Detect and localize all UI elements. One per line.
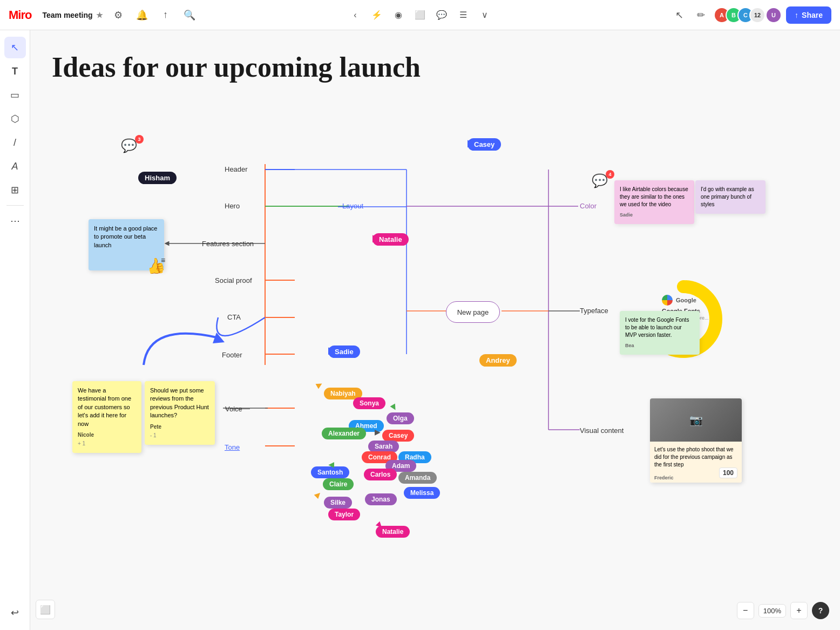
label-typeface: Typeface [580,307,608,315]
badge-andrey: Andrey [479,354,517,367]
photo-note: 📷 Let's use the photo shoot that we did … [650,398,742,483]
tool-frame[interactable]: ⊞ [4,179,26,201]
upload-icon[interactable]: ↑ [157,6,174,24]
toolbar-right: ↖ ✏ A B C 12 U ↑ Share [670,6,831,24]
miro-logo[interactable]: Miro [9,8,31,22]
google-logo-icon [662,295,673,306]
right-note-text-3: I vote for the Google Fonts to be able t… [625,316,694,339]
tool-sticky[interactable]: ▭ [4,84,26,106]
timer-button[interactable]: ◉ [389,5,408,25]
photo-note-image: 📷 [650,398,742,442]
cursor-natalie: ▶ Natalie [372,232,380,244]
canvas-inner: Ideas for our upcoming launch [30,30,840,630]
sticky-author-3: Pete [150,423,209,431]
badge-sadie: Sadie [328,346,360,358]
tool-more[interactable]: ⋯ [4,210,26,232]
share-button[interactable]: ↑ Share [786,6,831,24]
pen-mode-icon[interactable]: ✏ [692,6,709,24]
cursor-sadie: ▶ Sadie [328,344,336,356]
right-note-text-2: I'd go with example as one primary bunch… [701,186,760,208]
left-sidebar: ↖ T ▭ ⬡ / A ⊞ ⋯ ↩ [0,30,30,630]
zoom-out-button[interactable]: − [737,602,754,619]
cta-arrow-svg [133,300,230,370]
tool-shapes[interactable]: ⬡ [4,108,26,130]
voice-arrow: ←——— [224,405,252,412]
share-icon: ↑ [795,11,798,19]
cursor-hisham: ↖ Hisham [138,171,146,182]
badge-alexander: Alexander [322,428,366,439]
sticky-text-3: Should we put some reviews from the prev… [150,387,209,418]
badge-taylor: Taylor [328,509,360,520]
score-badge: 100 [719,468,737,478]
panel-toggle-area: ⬜ [36,600,55,619]
label-hero: Hero [225,202,240,210]
zoom-in-button[interactable]: + [790,602,808,619]
sticky-text-1: It might be a good place to promote our … [94,225,157,248]
label-tone[interactable]: Tone [225,443,240,451]
help-button[interactable]: ? [812,602,829,619]
badge-hisham: Hisham [138,172,177,184]
panel-toggle-button[interactable]: ⬜ [36,600,55,619]
right-note-google-fonts: I vote for the Google Fonts to be able t… [620,311,700,355]
lightning-button[interactable]: ⚡ [367,5,387,25]
extra-collaborators-count: 12 [749,7,766,23]
badge-jonas: Jonas [365,493,397,505]
board-title[interactable]: Team meeting ★ [42,11,103,19]
comment-badge-2: 4 [606,170,614,179]
search-icon[interactable]: 🔍 [181,6,198,24]
badge-melissa: Melissa [404,487,440,499]
sticky-author-2: Nicole [78,431,136,439]
badge-olga: Olga [387,412,414,424]
badge-carlos: Carlos [364,469,397,480]
google-label: Google [676,297,696,303]
notification-icon[interactable]: 🔔 [133,6,151,24]
node-new-page: New page [446,301,500,323]
badge-claire: Claire [323,478,354,490]
sticky-like-2: + 1 [78,440,136,448]
tool-text2[interactable]: A [4,155,26,177]
settings-icon[interactable]: ⚙ [110,6,127,24]
comment-icon-1[interactable]: 💬 3 [121,138,140,158]
back-button[interactable]: ‹ [346,5,365,25]
badge-sonya: Sonya [353,397,385,409]
badge-natalie: Natalie [372,233,409,246]
more-button[interactable]: ∨ [475,5,494,25]
badge-sarah: Sarah [368,441,399,452]
badge-natalie-bottom: Natalie [376,526,410,538]
cursor-mode-icon[interactable]: ↖ [670,6,688,24]
zoom-level-display: 100% [758,604,786,618]
zoom-controls: − 100% + ? [737,602,829,619]
sticky-text-2: We have a testimonial from one of our cu… [78,387,131,427]
comment-icon-2[interactable]: 💬 4 [592,173,611,193]
tool-text[interactable]: T [4,60,26,82]
tool-select[interactable]: ↖ [4,37,26,58]
label-layout: Layout [342,202,363,210]
sticky-testimonial: We have a testimonial from one of our cu… [72,381,141,453]
collaborators-group: A B C 12 [714,7,766,23]
right-note-author-3: Bea [625,342,694,349]
frame-button[interactable]: ⬜ [410,5,430,25]
right-note-airtable: I like Airtable colors because they are … [614,180,694,224]
label-social-proof: Social proof [215,276,252,284]
right-note-author-1: Sadie [620,212,689,219]
canvas: Ideas for our upcoming launch [30,30,840,630]
tool-pen[interactable]: / [4,132,26,153]
badge-casey-cluster: Casey [382,430,414,442]
topbar: Miro Team meeting ★ ⚙ 🔔 ↑ 🔍 ‹ ⚡ ◉ ⬜ 💬 ☰ … [0,0,840,30]
cursor-casey-top: ▶ Casey [468,137,475,149]
star-icon[interactable]: ★ [96,11,103,19]
label-color: Color [580,202,597,210]
label-visual-content: Visual content [580,426,624,435]
label-header: Header [225,165,248,173]
board-title-text: Ideas for our upcoming launch [52,52,421,83]
comment-button[interactable]: 💬 [432,5,451,25]
right-note-text-1: I like Airtable colors because they are … [620,186,689,208]
sticky-reviews: Should we put some reviews from the prev… [145,381,215,445]
list-button[interactable]: ☰ [453,5,473,25]
right-note-primary: I'd go with example as one primary bunch… [695,180,766,214]
badge-silke: Silke [324,497,352,509]
label-features: Features section [202,240,254,248]
sticky-like-3: - 1 [150,432,209,439]
badge-amanda: Amanda [398,472,437,484]
undo-button[interactable]: ↩ [4,602,26,624]
